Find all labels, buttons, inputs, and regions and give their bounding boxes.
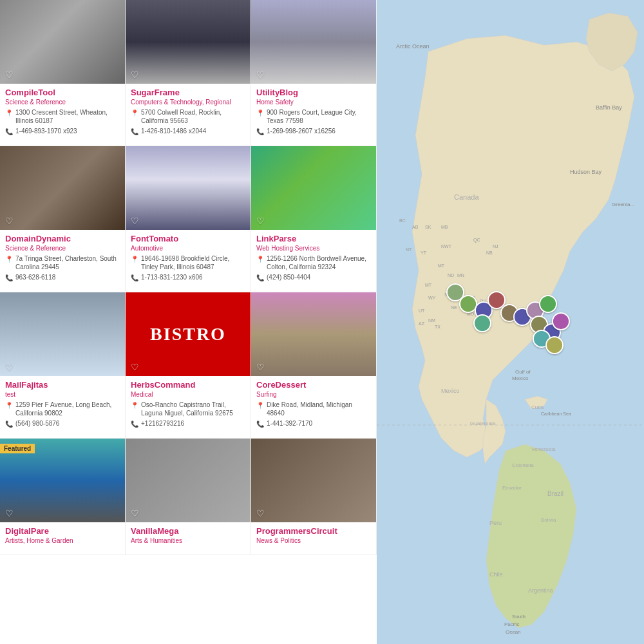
card-address: 📍 1259 Pier F Avenue, Long Beach, Califo… [5, 401, 120, 417]
card-phone: 📞 +12162793216 [131, 419, 245, 428]
svg-text:Cuba: Cuba [531, 404, 544, 410]
heart-icon[interactable]: ♡ [5, 508, 14, 518]
featured-badge: Featured [0, 444, 35, 453]
svg-text:PA: PA [499, 305, 505, 310]
svg-text:Arctic Ocean: Arctic Ocean [396, 43, 430, 50]
phone-icon: 📞 [5, 128, 13, 136]
heart-icon[interactable]: ♡ [256, 216, 265, 226]
card-utility-blog[interactable]: ♡ UtilityBlog Home Safety 📍 900 Rogers C… [251, 0, 377, 146]
svg-text:Caribbean Sea: Caribbean Sea [541, 412, 571, 416]
svg-text:Argentina: Argentina [528, 587, 553, 594]
svg-text:Venezuela: Venezuela [531, 446, 556, 452]
card-programmers-circuit[interactable]: ♡ ProgrammersCircuit News & Politics [251, 439, 377, 555]
card-title[interactable]: FontTomato [131, 234, 245, 243]
phone-icon: 📞 [131, 128, 138, 136]
bistro-text: BISTRO [150, 324, 226, 345]
card-herbs-command[interactable]: BISTRO ♡ HerbsCommand Medical 📍 Oso-Ranc… [126, 292, 251, 439]
heart-icon[interactable]: ♡ [131, 362, 139, 372]
card-link-parse[interactable]: ♡ LinkParse Web Hosting Services 📍 1256-… [251, 146, 377, 292]
svg-text:NB: NB [486, 251, 493, 255]
card-mail-fajitas[interactable]: ♡ MailFajitas test 📍 1259 Pier F Avenue,… [0, 292, 126, 439]
card-title[interactable]: VanillaMega [131, 526, 245, 536]
svg-text:NE: NE [451, 305, 457, 310]
heart-icon[interactable]: ♡ [256, 362, 265, 372]
heart-icon[interactable]: ♡ [5, 70, 14, 80]
location-icon: 📍 [256, 401, 264, 410]
heart-icon[interactable]: ♡ [5, 216, 14, 226]
card-title[interactable]: DigitalPare [5, 526, 120, 536]
card-phone: 📞 1-713-831-1230 x606 [131, 273, 245, 282]
card-title[interactable]: DomainDynamic [5, 234, 120, 243]
svg-text:Gulf of: Gulf of [515, 369, 531, 375]
heart-icon[interactable]: ♡ [5, 362, 14, 372]
svg-text:Brazil: Brazil [547, 490, 564, 497]
card-font-tomato[interactable]: ♡ FontTomato Automotive 📍 19646-19698 Br… [126, 146, 251, 292]
card-category: News & Politics [256, 537, 371, 544]
card-compile-tool[interactable]: ♡ CompileTool Science & Reference 📍 1300… [0, 0, 126, 146]
card-title[interactable]: LinkParse [256, 234, 371, 243]
svg-text:NM: NM [428, 318, 435, 323]
card-phone: 📞 (564) 980-5876 [5, 419, 120, 428]
card-address: 📍 19646-19698 Brookfield Circle, Tinley … [131, 254, 245, 271]
card-address: 📍 7a Tringa Street, Charleston, South Ca… [5, 254, 120, 271]
card-title[interactable]: MailFajitas [5, 380, 120, 390]
svg-text:MT: MT [425, 283, 432, 287]
phone-icon: 📞 [131, 274, 138, 282]
svg-text:WY: WY [428, 296, 436, 300]
card-category: Medical [131, 391, 245, 398]
card-address: 📍 1256-1266 North Bordwell Avenue, Colto… [256, 254, 371, 271]
svg-text:AZ: AZ [419, 321, 425, 326]
heart-icon[interactable]: ♡ [131, 508, 139, 518]
card-title[interactable]: CoreDessert [256, 380, 371, 390]
card-category: Web Hosting Services [256, 245, 371, 252]
svg-text:MI: MI [470, 296, 475, 300]
svg-text:Baffin Bay: Baffin Bay [596, 104, 622, 111]
svg-text:VA: VA [506, 315, 511, 319]
card-digital-pare[interactable]: Featured ♡ DigitalPare Artists, Home & G… [0, 439, 126, 555]
heart-icon[interactable]: ♡ [131, 70, 139, 80]
phone-icon: 📞 [131, 420, 138, 428]
card-category: Surfing [256, 391, 371, 398]
svg-text:Canada: Canada [454, 193, 479, 201]
heart-icon[interactable]: ♡ [131, 216, 139, 226]
card-domain-dynamic[interactable]: ♡ DomainDynamic Science & Reference 📍 7a… [0, 146, 126, 292]
svg-text:MT: MT [438, 263, 445, 268]
svg-text:QC: QC [473, 238, 480, 243]
card-phone: 📞 (424) 850-4404 [256, 273, 371, 282]
svg-text:Guatemala: Guatemala [470, 421, 496, 426]
phone-icon: 📞 [5, 420, 13, 428]
map-panel[interactable]: Arctic Ocean Baffin Bay Greenla... Hudso… [377, 0, 644, 644]
card-category: Automotive [131, 245, 245, 252]
card-category: Artists, Home & Garden [5, 537, 120, 544]
svg-text:TX: TX [435, 325, 440, 329]
svg-text:ND: ND [448, 273, 454, 278]
card-sugar-frame[interactable]: ♡ SugarFrame Computers & Technology, Reg… [126, 0, 251, 146]
card-title[interactable]: UtilityBlog [256, 88, 371, 97]
card-category: Science & Reference [5, 245, 120, 252]
card-grid: ♡ CompileTool Science & Reference 📍 1300… [0, 0, 377, 555]
svg-text:SK: SK [425, 225, 431, 229]
card-title[interactable]: ProgrammersCircuit [256, 526, 371, 536]
card-phone: 📞 1-441-392-7170 [256, 419, 371, 428]
heart-icon[interactable]: ♡ [256, 508, 265, 518]
location-icon: 📍 [131, 401, 138, 410]
card-core-dessert[interactable]: ♡ CoreDessert Surfing 📍 Dike Road, Midla… [251, 292, 377, 439]
card-title[interactable]: CompileTool [5, 88, 120, 97]
location-icon: 📍 [5, 401, 13, 410]
svg-text:MB: MB [441, 225, 448, 229]
svg-text:NJ: NJ [493, 244, 498, 249]
card-vanilla-mega[interactable]: ♡ VanillaMega Arts & Humanities [126, 439, 251, 555]
location-icon: 📍 [5, 255, 13, 263]
location-icon: 📍 [131, 255, 138, 263]
location-icon: 📍 [5, 109, 13, 117]
heart-icon[interactable]: ♡ [256, 70, 265, 80]
card-phone: 📞 1-426-810-1486 x2044 [131, 127, 245, 136]
phone-icon: 📞 [256, 274, 264, 282]
svg-text:YT: YT [421, 251, 427, 255]
card-title[interactable]: SugarFrame [131, 88, 245, 97]
card-title[interactable]: HerbsCommand [131, 380, 245, 390]
card-address: 📍 900 Rogers Court, League City, Texas 7… [256, 108, 371, 125]
svg-text:NWT: NWT [441, 244, 452, 249]
card-category: Computers & Technology, Regional [131, 99, 245, 106]
svg-text:WI: WI [454, 289, 460, 294]
